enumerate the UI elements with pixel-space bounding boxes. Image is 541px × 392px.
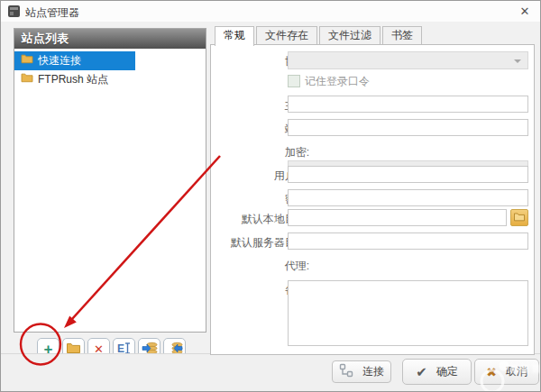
cancel-button[interactable]: ✖ 取消 [474, 359, 539, 385]
folder-icon [513, 212, 526, 224]
remember-password-label: 记住登录口令 [305, 74, 370, 89]
folder-icon [21, 51, 33, 70]
cancel-x-icon: ✖ [486, 365, 497, 379]
window-title: 站点管理器 [25, 5, 79, 21]
site-tree: 快速连接 FTPRush 站点 [14, 49, 206, 89]
connect-label: 连接 [362, 364, 384, 379]
tree-item-quick-connect[interactable]: 快速连接 [14, 51, 135, 70]
ok-label: 确定 [436, 364, 458, 379]
check-icon: ✔ [416, 364, 427, 380]
connect-icon [339, 363, 353, 380]
remember-password-checkbox [288, 75, 300, 87]
notes-textarea[interactable] [288, 280, 528, 346]
chevron-down-icon [514, 59, 521, 63]
site-manager-dialog: 站点管理器 ✕ 站点列表 快速连接 FTPRush 站点 + [0, 0, 541, 392]
ok-button[interactable]: ✔ 确定 [402, 359, 472, 385]
username-input[interactable] [288, 166, 528, 183]
password-input[interactable] [288, 189, 528, 206]
proxy-label: 代理: [183, 259, 309, 274]
folder-icon [21, 70, 33, 89]
tab-general[interactable]: 常规 [215, 26, 254, 46]
port-input[interactable] [288, 119, 528, 136]
connect-button[interactable]: 连接 [332, 360, 391, 383]
site-list-panel: 站点列表 快速连接 FTPRush 站点 [14, 28, 206, 333]
tab-file-filter[interactable]: 文件过滤 [319, 26, 381, 44]
tab-bar: 常规 文件存在 文件过滤 书签 [215, 26, 422, 46]
cancel-label: 取消 [506, 364, 527, 379]
title-bar: 站点管理器 ✕ [1, 1, 540, 22]
tree-item-ftprush-sites[interactable]: FTPRush 站点 [14, 70, 206, 89]
tree-item-label: FTPRush 站点 [38, 70, 108, 89]
tab-file-exists[interactable]: 文件存在 [256, 26, 317, 44]
app-icon [8, 5, 20, 17]
tab-bookmarks[interactable]: 书签 [382, 26, 422, 44]
general-form: 协议: 记住登录口令 主机: 端口: 加密: 用户名: 密码: 默认本地目录: … [210, 44, 535, 355]
local-dir-input[interactable] [288, 209, 507, 226]
browse-local-dir-button[interactable] [510, 209, 528, 226]
server-dir-input[interactable] [288, 232, 528, 250]
footer-bar: 连接 ✔ 确定 ✖ 取消 [1, 353, 540, 391]
tree-item-label: 快速连接 [38, 51, 81, 70]
close-icon[interactable]: ✕ [517, 4, 533, 19]
protocol-select [288, 51, 528, 69]
site-list-header: 站点列表 [14, 29, 206, 49]
host-input[interactable] [288, 96, 528, 113]
encryption-label: 加密: [183, 145, 309, 160]
